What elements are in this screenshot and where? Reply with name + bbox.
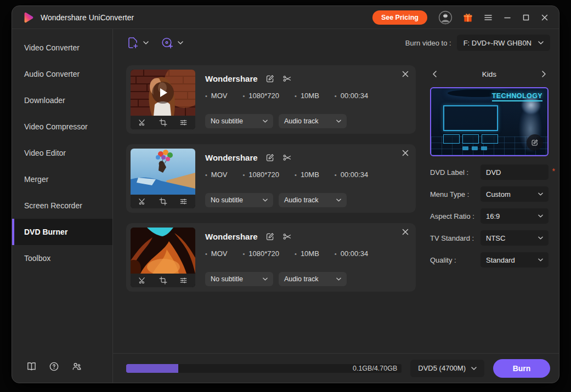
file-duration: 00:00:34 [341,249,369,258]
burn-to-select[interactable]: F: DVD+-RW GHB0N [457,35,550,51]
bottom-bar: 0.1GB/4.70GB DVD5 (4700M) Burn [113,353,559,383]
trim-icon[interactable] [138,197,146,206]
quality-select[interactable]: Standard [480,252,549,268]
template-navigator: Kids [430,65,549,83]
menu-template-preview[interactable]: TECHNOLOGY [430,87,549,156]
play-icon[interactable] [152,82,174,104]
aspect-ratio-select[interactable]: 16:9 [480,208,549,224]
remove-file-icon[interactable] [402,150,409,156]
sidebar-item-audio-converter[interactable]: Audio Converter [12,61,112,87]
aspect-ratio-label: Aspect Ratio : [430,212,480,220]
menu-type-select[interactable]: Custom [480,186,549,202]
add-files-button[interactable] [126,36,149,49]
file-title: Wondershare [205,74,258,83]
template-prev-icon[interactable] [430,69,440,79]
add-disc-button[interactable] [161,36,183,49]
community-icon[interactable] [71,361,82,372]
sidebar-item-video-converter[interactable]: Video Converter [12,35,112,61]
quality-label: Quality : [430,256,480,264]
subtitle-select[interactable]: No subtitle [205,114,273,128]
chevron-down-icon [336,277,341,281]
account-avatar-icon[interactable] [438,10,453,25]
template-edit-icon[interactable] [527,134,543,151]
preview-menu-buttons [462,146,487,150]
tv-standard-select[interactable]: NTSC [480,230,549,246]
close-icon[interactable] [540,13,549,22]
subtitle-select[interactable]: No subtitle [205,272,273,286]
menu-type-label: Menu Type : [430,190,480,198]
sidebar-item-downloader[interactable]: Downloader [12,87,112,113]
video-thumbnail [131,228,195,287]
file-card-2: Wondershare •MOV •1080*720 [126,144,416,213]
chevron-down-icon [263,120,268,123]
audio-track-select[interactable]: Audio track [279,193,347,207]
effects-icon[interactable] [179,197,188,206]
help-icon[interactable] [49,361,59,372]
trim-icon[interactable] [138,276,146,285]
template-next-icon[interactable] [539,69,549,79]
template-name: Kids [482,70,496,78]
cut-icon[interactable] [282,153,292,162]
audio-track-select[interactable]: Audio track [279,272,347,286]
app-window: Wondershare UniConverter See Pricing [12,5,559,383]
file-card-1: Wondershare •MOV •1080*720 [126,65,416,134]
audio-track-select[interactable]: Audio track [279,114,347,128]
app-title: Wondershare UniConverter [41,13,134,22]
cut-icon[interactable] [282,74,292,83]
gift-icon[interactable] [462,12,473,23]
crop-icon[interactable] [159,118,167,127]
effects-icon[interactable] [179,276,188,285]
chevron-down-icon [538,41,544,44]
edit-icon[interactable] [265,232,275,241]
title-bar: Wondershare UniConverter See Pricing [12,6,559,29]
file-title: Wondershare [205,232,258,241]
chevron-down-icon [336,198,341,202]
file-resolution: 1080*720 [248,171,279,179]
minimize-icon[interactable] [503,13,512,22]
app-logo-icon [22,12,34,24]
menu-icon[interactable] [483,13,493,22]
dvd-label-input[interactable] [480,164,549,180]
disc-type-select[interactable]: DVD5 (4700M) [410,360,484,377]
see-pricing-button[interactable]: See Pricing [372,10,427,25]
cut-icon[interactable] [282,232,292,241]
chevron-down-icon [538,214,543,218]
sidebar-item-video-editor[interactable]: Video Editor [12,140,112,166]
thumbnail-toolbar [131,116,195,129]
file-duration: 00:00:34 [341,92,369,100]
file-title: Wondershare [205,153,258,162]
remove-file-icon[interactable] [402,229,409,235]
subtitle-select[interactable]: No subtitle [205,193,273,207]
effects-icon[interactable] [179,118,188,127]
remove-file-icon[interactable] [402,71,409,77]
chevron-down-icon [336,120,341,123]
file-list: Wondershare •MOV •1080*720 [126,65,416,353]
file-meta: •MOV •1080*720 •10MB •00:00:34 [205,171,411,179]
sidebar-item-toolbox[interactable]: Toolbox [12,245,112,271]
dvd-label-label: DVD Label : [430,168,480,177]
file-format: MOV [211,171,228,179]
file-format: MOV [211,92,228,100]
burn-to-label: Burn video to : [405,39,451,47]
main-toolbar: Burn video to : F: DVD+-RW GHB0N [113,29,559,56]
preview-title: TECHNOLOGY [492,92,542,101]
user-guide-icon[interactable] [26,361,37,372]
crop-icon[interactable] [159,197,167,206]
burn-button[interactable]: Burn [493,359,550,378]
sidebar-item-dvd-burner[interactable]: DVD Burner [12,219,112,245]
disc-usage-fill [126,364,178,373]
chevron-down-icon [143,41,149,44]
edit-icon[interactable] [265,74,275,83]
dvd-settings-panel: Kids TECHNOLOGY [430,65,549,353]
disc-usage-text: 0.1GB/4.70GB [353,365,397,372]
trim-icon[interactable] [138,118,146,127]
sidebar-item-merger[interactable]: Merger [12,166,112,192]
edit-icon[interactable] [265,153,275,162]
crop-icon[interactable] [159,276,167,285]
file-resolution: 1080*720 [248,249,279,258]
thumbnail-toolbar [131,195,195,208]
sidebar-item-video-compressor[interactable]: Video Compressor [12,113,112,140]
thumbnail-toolbar [131,274,195,287]
sidebar-item-screen-recorder[interactable]: Screen Recorder [12,192,112,219]
maximize-icon[interactable] [522,13,530,22]
